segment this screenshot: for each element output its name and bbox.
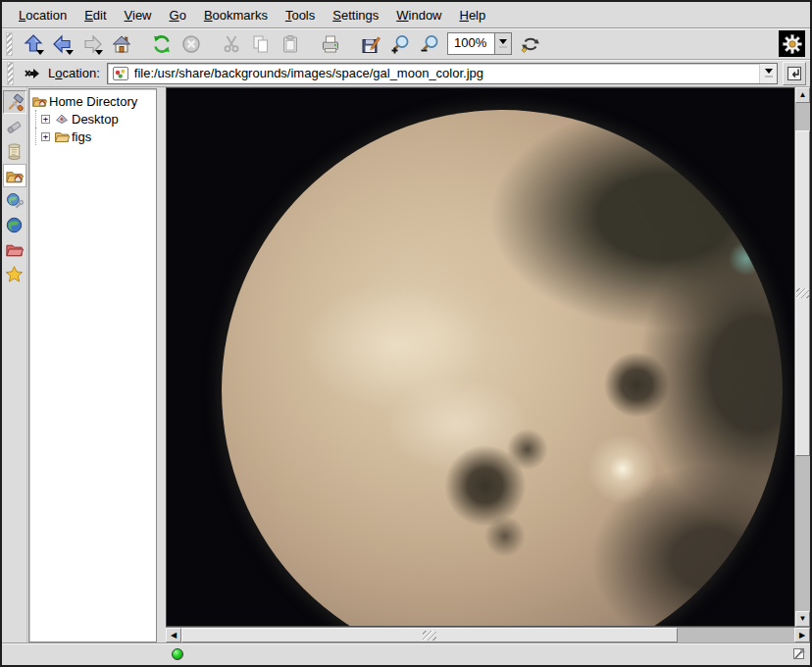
scroll-grip — [796, 288, 809, 298]
konqueror-gear-icon[interactable] — [779, 30, 805, 57]
menu-location[interactable]: Location — [10, 4, 76, 26]
menu-tools[interactable]: Tools — [277, 4, 324, 26]
configure-tab[interactable] — [3, 90, 26, 114]
image-file-icon — [112, 65, 129, 82]
menu-bar: LocationEditViewGoBookmarksToolsSettings… — [2, 2, 810, 28]
globe-icon — [5, 216, 24, 234]
main-toolbar: 100% — [2, 28, 810, 60]
menu-edit[interactable]: Edit — [76, 4, 115, 26]
vertical-scrollbar[interactable]: ▲ ▼ — [794, 87, 810, 627]
panel-splitter[interactable] — [157, 87, 166, 642]
loading-led-icon — [172, 648, 183, 660]
up-button[interactable] — [19, 29, 47, 58]
location-url-text[interactable]: file:/usr/share/backgrounds/images/space… — [134, 66, 754, 80]
zoom-level-value: 100% — [448, 33, 494, 54]
tree-item-label[interactable]: figs — [72, 129, 91, 144]
tree-item-label[interactable]: Desktop — [72, 112, 119, 127]
menu-bookmarks[interactable]: Bookmarks — [195, 4, 277, 26]
content-column: ▲ ▼ ◀ ▶ — [166, 87, 810, 642]
sidebar-tabstrip — [2, 87, 27, 642]
scroll-up-button[interactable]: ▲ — [795, 87, 810, 103]
bookmarks-tab[interactable] — [3, 262, 26, 285]
globe-wrench-icon — [5, 191, 24, 210]
tree-item-home-directory[interactable]: Home Directory — [31, 92, 156, 110]
dropdown-marker-icon[interactable] — [95, 50, 103, 55]
forward-button — [77, 29, 106, 58]
menu-settings[interactable]: Settings — [324, 4, 387, 26]
dropdown-marker-icon[interactable] — [66, 50, 74, 55]
scissors-icon — [221, 33, 242, 55]
reload-button[interactable] — [147, 29, 176, 58]
locationbar-drag-handle[interactable] — [7, 62, 14, 85]
folder-tree-panel[interactable]: Home Directory+Desktop+figs — [28, 88, 157, 642]
home-icon — [111, 33, 132, 55]
stop-icon — [180, 33, 202, 55]
zoom-level-combo[interactable]: 100% — [447, 32, 512, 55]
tree-guide-line — [35, 110, 39, 128]
root-folder-tab[interactable] — [3, 237, 26, 261]
star-icon — [5, 265, 24, 283]
save-button[interactable] — [356, 29, 384, 58]
floppy-pencil-icon — [360, 33, 381, 55]
eraser-tab[interactable] — [3, 115, 26, 138]
tree-item-label[interactable]: Home Directory — [49, 94, 137, 109]
tree-item-figs[interactable]: +figs — [31, 128, 156, 145]
main-area: Home Directory+Desktop+figs ▲ ▼ — [2, 87, 810, 642]
print-button[interactable] — [316, 29, 344, 58]
desktop-icon — [54, 111, 70, 127]
go-button[interactable] — [783, 62, 806, 85]
folder-icon — [54, 128, 70, 144]
toolbar-drag-handle[interactable] — [6, 32, 13, 56]
location-input[interactable]: file:/usr/share/backgrounds/images/space… — [107, 63, 778, 84]
zoom-in-icon — [389, 33, 411, 55]
location-label: Location: — [46, 66, 102, 80]
tree-expander-plus-icon[interactable]: + — [41, 132, 50, 141]
copy-icon — [250, 33, 272, 55]
view-row: ▲ ▼ — [166, 87, 810, 627]
dropdown-marker-icon[interactable] — [36, 50, 44, 55]
scroll-icon — [5, 142, 24, 161]
eraser-icon — [5, 118, 24, 136]
menu-view[interactable]: View — [116, 4, 161, 26]
paste-button — [276, 29, 304, 58]
chevron-down-icon — [499, 39, 507, 44]
clear-location-icon[interactable] — [24, 65, 41, 82]
tree-guide-line — [35, 128, 39, 145]
scroll-grip — [423, 631, 436, 641]
zoom-in-button[interactable] — [385, 29, 414, 58]
zoom-out-button[interactable] — [415, 29, 443, 58]
vertical-scroll-track[interactable] — [795, 103, 810, 611]
scroll-left-button[interactable]: ◀ — [166, 628, 181, 642]
moon-image — [222, 110, 783, 627]
printer-icon — [320, 33, 341, 55]
home-button[interactable] — [107, 29, 135, 58]
rotate-button[interactable] — [516, 29, 544, 58]
location-dropdown[interactable] — [759, 64, 777, 83]
zoom-out-icon — [419, 33, 440, 55]
horizontal-scroll-thumb[interactable] — [181, 628, 678, 642]
copy-button — [246, 29, 275, 58]
tree-expander-plus-icon[interactable]: + — [41, 115, 50, 124]
reload-icon — [151, 33, 173, 55]
image-viewport[interactable] — [166, 87, 794, 627]
chevron-down-icon — [765, 69, 773, 74]
zoom-combo-dropdown[interactable] — [494, 33, 511, 54]
home-directory-tab[interactable] — [3, 164, 26, 187]
horizontal-scroll-track[interactable] — [181, 628, 794, 642]
services-tab[interactable] — [3, 188, 26, 212]
history-tab[interactable] — [3, 139, 26, 163]
scroll-down-button[interactable]: ▼ — [795, 611, 810, 627]
horizontal-scrollbar[interactable]: ◀ ▶ — [166, 627, 810, 642]
scroll-right-button[interactable]: ▶ — [794, 628, 810, 642]
back-button[interactable] — [48, 29, 76, 58]
combo-dash — [499, 46, 507, 48]
menu-window[interactable]: Window — [387, 4, 450, 26]
network-tab[interactable] — [3, 213, 26, 236]
menu-help[interactable]: Help — [451, 4, 495, 26]
status-bar — [2, 642, 810, 665]
page-flag-icon[interactable] — [792, 647, 806, 661]
menu-go[interactable]: Go — [161, 4, 195, 26]
red-folder-icon — [5, 240, 24, 259]
tree-item-desktop[interactable]: +Desktop — [31, 110, 156, 128]
vertical-scroll-thumb[interactable] — [795, 130, 810, 456]
